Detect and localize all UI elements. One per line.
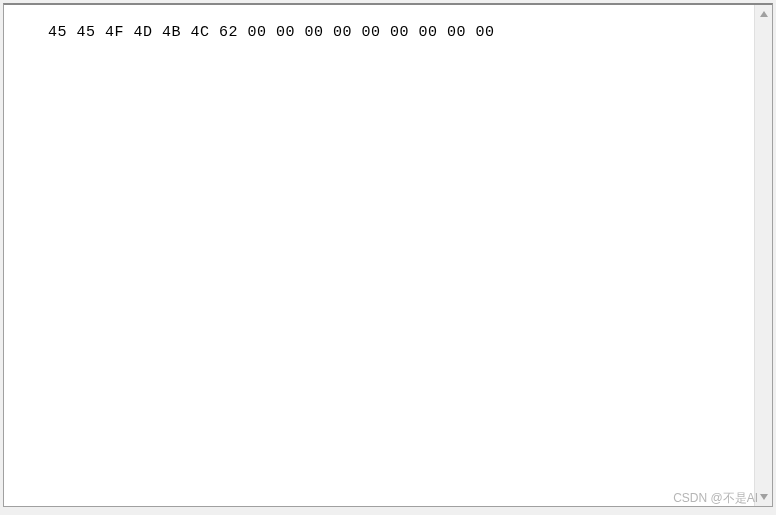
hex-output-panel: 45 45 4F 4D 4B 4C 62 00 00 00 00 00 00 0… — [3, 3, 773, 507]
scroll-up-arrow-icon[interactable] — [755, 5, 773, 23]
hex-line: 45 45 4F 4D 4B 4C 62 00 00 00 00 00 00 0… — [48, 24, 495, 41]
vertical-scrollbar[interactable] — [754, 5, 772, 506]
scroll-down-arrow-icon[interactable] — [755, 488, 773, 506]
hex-content-area[interactable]: 45 45 4F 4D 4B 4C 62 00 00 00 00 00 00 0… — [4, 5, 754, 506]
